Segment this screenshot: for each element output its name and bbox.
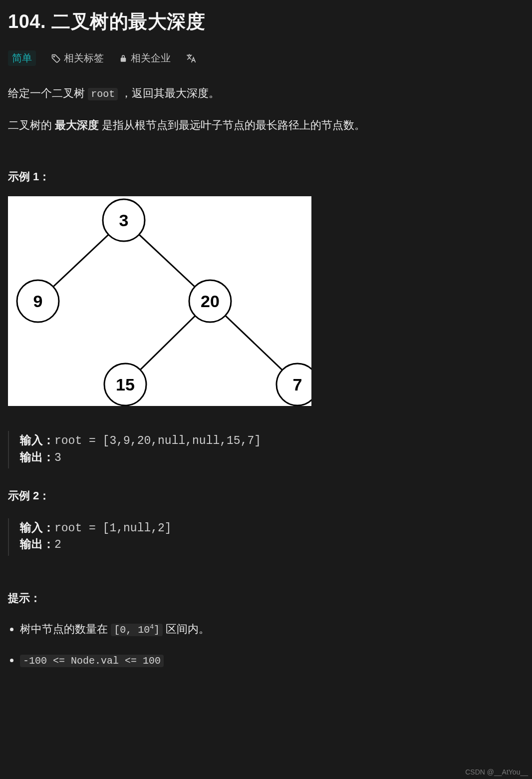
tab-label: 相关企业 [131,51,171,65]
hints-heading: 提示： [8,591,524,606]
problem-title: 104. 二叉树的最大深度 [8,9,524,34]
watermark: CSDN @__AtYou__ [465,768,528,776]
svg-text:15: 15 [116,375,135,394]
tab-label: 相关标签 [64,51,104,65]
example-2-heading: 示例 2： [8,488,524,503]
code-inline-root: root [88,88,118,100]
tab-bar: 简单 相关标签 相关企业 [8,50,524,66]
lock-icon [119,54,128,63]
example-1-heading: 示例 1： [8,169,524,184]
tab-translate[interactable] [186,53,197,64]
problem-description-line1: 给定一个二叉树 root ，返回其最大深度。 [8,84,524,103]
hints-list: 树中节点的数量在 [0, 104] 区间内。 -100 <= Node.val … [8,619,524,671]
hint-item-1: 树中节点的数量在 [0, 104] 区间内。 [20,619,524,640]
tree-diagram: 3 9 20 15 7 [8,196,311,406]
tag-icon [51,53,61,63]
example-2-io: 输入：root = [1,null,2] 输出：2 [8,518,524,556]
problem-description-line2: 二叉树的 最大深度 是指从根节点到最远叶子节点的最长路径上的节点数。 [8,116,524,134]
example-1-io: 输入：root = [3,9,20,null,null,15,7] 输出：3 [8,431,524,468]
svg-text:9: 9 [33,292,43,311]
svg-point-0 [53,56,54,57]
svg-text:7: 7 [293,375,302,394]
svg-text:3: 3 [119,211,129,230]
tab-related-companies[interactable]: 相关企业 [119,51,171,65]
code-inline-range: [0, 104] [111,624,163,636]
hint-item-2: -100 <= Node.val <= 100 [20,650,524,671]
difficulty-badge[interactable]: 简单 [8,50,36,66]
translate-icon [186,53,197,64]
tab-related-tags[interactable]: 相关标签 [51,51,104,65]
svg-text:20: 20 [201,292,220,311]
code-inline-constraint: -100 <= Node.val <= 100 [20,655,164,667]
